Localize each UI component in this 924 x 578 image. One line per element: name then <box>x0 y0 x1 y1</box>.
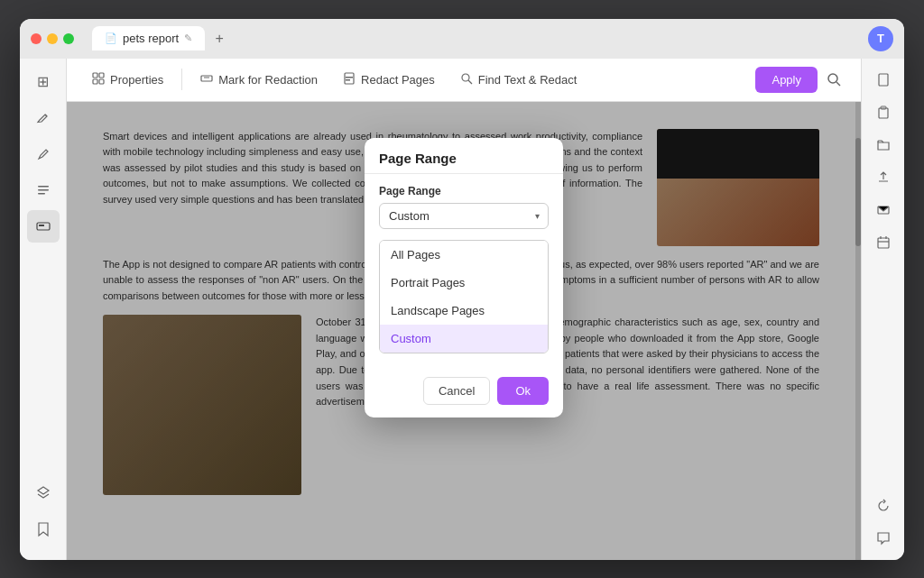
right-icon-upload[interactable] <box>869 163 898 192</box>
option-all-pages[interactable]: All Pages <box>380 241 548 269</box>
modal-title: Page Range <box>365 138 563 174</box>
properties-label: Properties <box>110 73 163 87</box>
sidebar-bottom <box>27 477 60 553</box>
modal-field-label: Page Range <box>379 185 549 197</box>
modal-body: Page Range Custom All Pages Portrait Pag… <box>365 174 563 377</box>
svg-rect-11 <box>346 77 353 78</box>
svg-rect-10 <box>345 73 354 84</box>
svg-rect-8 <box>99 79 104 84</box>
tab-doc-icon: 📄 <box>105 32 117 44</box>
properties-button[interactable]: Properties <box>81 67 174 93</box>
svg-rect-16 <box>879 108 888 118</box>
avatar: T <box>868 26 893 51</box>
svg-rect-5 <box>93 73 97 78</box>
tab-edit-icon[interactable]: ✎ <box>184 32 192 44</box>
right-icon-sync[interactable] <box>869 491 898 520</box>
redact-pages-label: Redact Pages <box>361 73 435 87</box>
svg-rect-4 <box>39 225 44 226</box>
sidebar-icon-pen[interactable] <box>27 138 60 170</box>
traffic-lights <box>31 33 74 44</box>
tab-label: pets report <box>123 32 179 45</box>
close-button[interactable] <box>31 33 42 44</box>
mark-for-redaction-label: Mark for Redaction <box>218 73 318 87</box>
content-area: Properties Mark for Redaction Redact Pag… <box>67 59 861 560</box>
sidebar-icon-redaction[interactable] <box>27 210 60 243</box>
right-icon-mail[interactable] <box>869 196 898 225</box>
option-portrait-pages[interactable]: Portrait Pages <box>380 269 548 297</box>
tab-area: 📄 pets report ✎ + <box>92 26 861 50</box>
search-icon[interactable] <box>821 67 846 92</box>
svg-rect-1 <box>38 189 49 191</box>
properties-icon <box>92 72 105 87</box>
page-range-select[interactable]: Custom All Pages Portrait Pages Landscap… <box>379 203 549 229</box>
svg-rect-6 <box>99 73 104 78</box>
redact-pages-button[interactable]: Redact Pages <box>332 67 446 93</box>
add-tab-button[interactable]: + <box>208 28 230 50</box>
cancel-button[interactable]: Cancel <box>423 377 490 405</box>
minimize-button[interactable] <box>47 33 58 44</box>
sidebar-icon-edit[interactable] <box>27 102 60 134</box>
apply-button[interactable]: Apply <box>755 67 818 93</box>
select-wrapper: Custom All Pages Portrait Pages Landscap… <box>379 203 549 229</box>
sidebar-icon-grid[interactable]: ⊞ <box>27 66 60 98</box>
left-sidebar: ⊞ <box>20 59 67 560</box>
svg-point-14 <box>828 74 837 83</box>
ok-button[interactable]: Ok <box>497 377 549 405</box>
right-icon-page[interactable] <box>869 66 898 95</box>
svg-point-13 <box>462 74 469 81</box>
modal-overlay: Page Range Page Range Custom All Pages P… <box>67 102 861 560</box>
doc-view: Smart devices and intelligent applicatio… <box>67 102 861 560</box>
right-icon-folder[interactable] <box>869 131 898 160</box>
page-range-modal: Page Range Page Range Custom All Pages P… <box>365 138 563 417</box>
option-landscape-pages[interactable]: Landscape Pages <box>380 297 548 325</box>
mark-redaction-icon <box>200 72 213 87</box>
right-icon-calendar[interactable] <box>869 228 898 257</box>
sidebar-icon-bookmark[interactable] <box>27 513 60 546</box>
dropdown-options-list: All Pages Portrait Pages Landscape Pages… <box>379 240 549 353</box>
app-window: 📄 pets report ✎ + T ⊞ <box>20 19 904 560</box>
svg-rect-7 <box>93 79 97 84</box>
svg-rect-19 <box>878 238 889 248</box>
svg-rect-15 <box>879 74 888 86</box>
tab-pets-report[interactable]: 📄 pets report ✎ <box>92 26 205 50</box>
right-sidebar <box>861 59 904 560</box>
svg-rect-9 <box>201 76 212 81</box>
main-area: ⊞ <box>20 59 904 560</box>
right-icon-clipboard[interactable] <box>869 98 898 127</box>
svg-rect-2 <box>38 193 45 195</box>
svg-rect-0 <box>38 186 49 188</box>
svg-rect-12 <box>346 79 350 81</box>
find-text-redact-button[interactable]: Find Text & Redact <box>449 67 588 93</box>
right-icon-chat[interactable] <box>869 524 898 553</box>
redact-pages-icon <box>343 72 356 87</box>
find-text-icon <box>460 72 473 87</box>
find-text-label: Find Text & Redact <box>478 73 578 87</box>
modal-footer: Cancel Ok <box>365 377 563 417</box>
sidebar-icon-list[interactable] <box>27 174 60 206</box>
mark-for-redaction-button[interactable]: Mark for Redaction <box>189 67 328 93</box>
titlebar: 📄 pets report ✎ + T <box>20 19 904 59</box>
option-custom[interactable]: Custom <box>380 325 548 353</box>
fullscreen-button[interactable] <box>63 33 74 44</box>
toolbar: Properties Mark for Redaction Redact Pag… <box>67 59 861 102</box>
sidebar-icon-layers[interactable] <box>27 477 60 509</box>
